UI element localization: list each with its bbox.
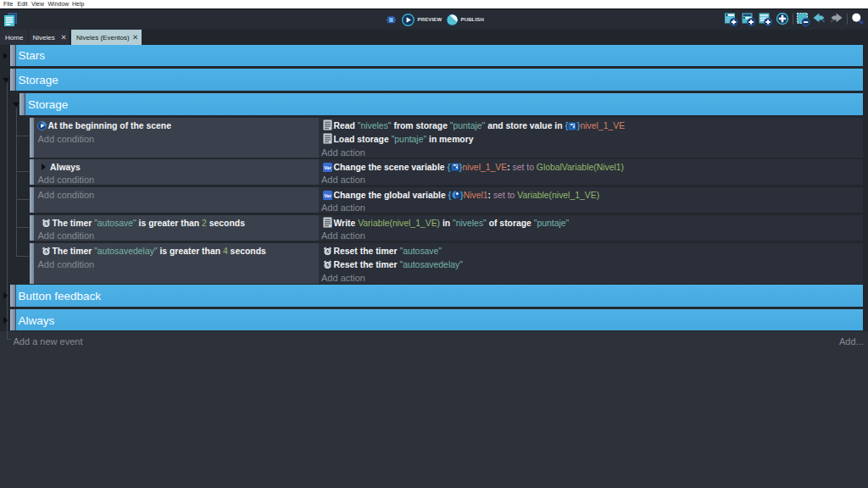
svg-text:Var: Var — [324, 192, 331, 197]
svg-text:Var: Var — [324, 164, 331, 169]
